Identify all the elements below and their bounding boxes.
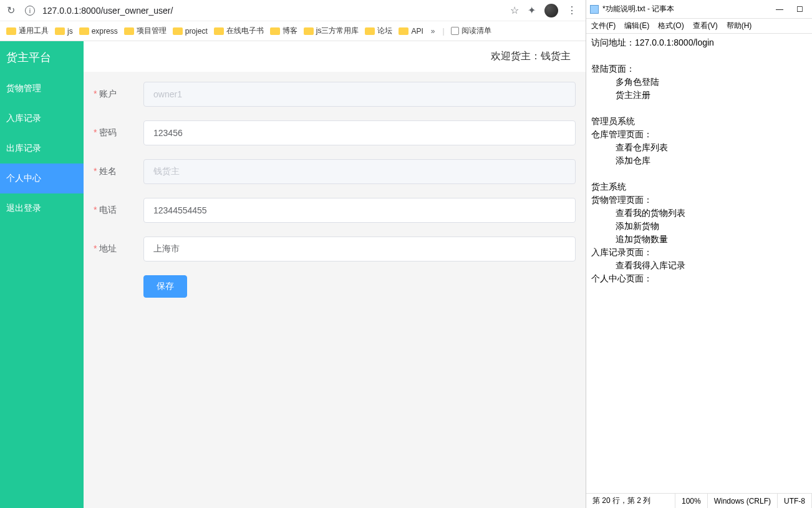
sidebar-item-logout[interactable]: 退出登录: [0, 193, 84, 223]
sidebar-item-profile[interactable]: 个人中心: [0, 164, 84, 193]
extensions-icon[interactable]: ✦: [528, 4, 536, 16]
password-label: *密码: [94, 127, 143, 139]
browser-window: ↻ i 127.0.0.1:8000/user_owner_user/ ☆ ✦ …: [0, 0, 586, 508]
menu-view[interactable]: 查看(V): [693, 21, 718, 31]
page-body: 货主平台 货物管理 入库记录 出库记录 个人中心 退出登录 欢迎货主：钱货主 *…: [0, 41, 586, 508]
status-zoom: 100%: [675, 494, 708, 508]
notepad-menubar: 文件(F) 编辑(E) 格式(O) 查看(V) 帮助(H): [586, 19, 812, 34]
account-input: [143, 82, 576, 107]
address-bar: ↻ i 127.0.0.1:8000/user_owner_user/ ☆ ✦ …: [0, 0, 586, 21]
sidebar-item-outbound[interactable]: 出库记录: [0, 134, 84, 164]
reload-icon[interactable]: ↻: [5, 4, 16, 16]
bookmark-item[interactable]: express: [79, 27, 118, 36]
profile-form: *账户 *密码 *姓名 *电话 *地址: [84, 72, 586, 308]
url-field[interactable]: 127.0.0.1:8000/user_owner_user/: [40, 6, 505, 16]
menu-format[interactable]: 格式(O): [658, 21, 684, 31]
menu-edit[interactable]: 编辑(E): [624, 21, 649, 31]
notepad-title-text: *功能说明.txt - 记事本: [602, 4, 674, 14]
notepad-text-area[interactable]: 访问地址：127.0.0.1:8000/login 登陆页面： 多角色登陆 货主…: [586, 34, 812, 493]
list-icon: [451, 27, 459, 35]
folder-icon: [173, 27, 183, 35]
bookmarks-overflow-icon[interactable]: »: [431, 27, 435, 36]
status-eol: Windows (CRLF): [708, 494, 778, 508]
folder-icon: [304, 27, 314, 35]
folder-icon: [365, 27, 375, 35]
browser-menu-icon[interactable]: ⋮: [567, 4, 577, 16]
bookmark-star-icon[interactable]: ☆: [510, 4, 519, 16]
folder-icon: [124, 27, 134, 35]
site-info-icon[interactable]: i: [25, 6, 35, 16]
folder-icon: [270, 27, 280, 35]
save-button[interactable]: 保存: [143, 275, 187, 298]
minimize-button[interactable]: —: [771, 3, 788, 16]
folder-icon: [55, 27, 65, 35]
phone-input[interactable]: [143, 198, 576, 223]
welcome-text: 欢迎货主：钱货主: [84, 41, 586, 72]
name-input: [143, 159, 576, 184]
address-label: *地址: [94, 243, 143, 255]
sidebar: 货主平台 货物管理 入库记录 出库记录 个人中心 退出登录: [0, 41, 84, 508]
address-input[interactable]: [143, 237, 576, 261]
bookmark-item[interactable]: 论坛: [365, 26, 392, 36]
folder-icon: [79, 27, 89, 35]
menu-file[interactable]: 文件(F): [591, 21, 616, 31]
bookmark-item[interactable]: 博客: [270, 26, 297, 36]
bookmark-item[interactable]: js三方常用库: [304, 26, 359, 36]
sidebar-item-goods[interactable]: 货物管理: [0, 74, 84, 104]
name-label: *姓名: [94, 166, 143, 177]
folder-icon: [6, 27, 16, 35]
bookmark-item[interactable]: 通用工具: [6, 26, 49, 36]
profile-avatar[interactable]: [544, 4, 558, 17]
bookmark-item[interactable]: project: [173, 27, 208, 36]
folder-icon: [399, 27, 408, 35]
bookmarks-bar: 通用工具 js express 项目管理 project 在线电子书 博客 js…: [0, 21, 586, 41]
maximize-button[interactable]: ☐: [791, 3, 808, 16]
notepad-icon: [590, 5, 599, 14]
status-encoding: UTF-8: [778, 494, 812, 508]
notepad-statusbar: 第 20 行，第 2 列 100% Windows (CRLF) UTF-8: [586, 493, 812, 508]
notepad-window: *功能说明.txt - 记事本 — ☐ 文件(F) 编辑(E) 格式(O) 查看…: [586, 0, 812, 508]
status-position: 第 20 行，第 2 列: [586, 494, 675, 508]
password-input[interactable]: [143, 120, 576, 145]
sidebar-item-inbound[interactable]: 入库记录: [0, 104, 84, 134]
menu-help[interactable]: 帮助(H): [727, 21, 752, 31]
bookmark-item[interactable]: 在线电子书: [214, 26, 264, 36]
brand-title: 货主平台: [0, 41, 84, 74]
notepad-titlebar: *功能说明.txt - 记事本 — ☐: [586, 0, 812, 19]
content-area: 欢迎货主：钱货主 *账户 *密码 *姓名 *电话: [84, 41, 586, 508]
bookmark-item[interactable]: API: [399, 27, 423, 36]
bookmark-item[interactable]: js: [55, 27, 73, 36]
folder-icon: [214, 27, 224, 35]
bookmark-item[interactable]: 项目管理: [124, 26, 167, 36]
account-label: *账户: [94, 89, 143, 100]
reading-list-button[interactable]: 阅读清单: [451, 26, 491, 36]
phone-label: *电话: [94, 205, 143, 216]
